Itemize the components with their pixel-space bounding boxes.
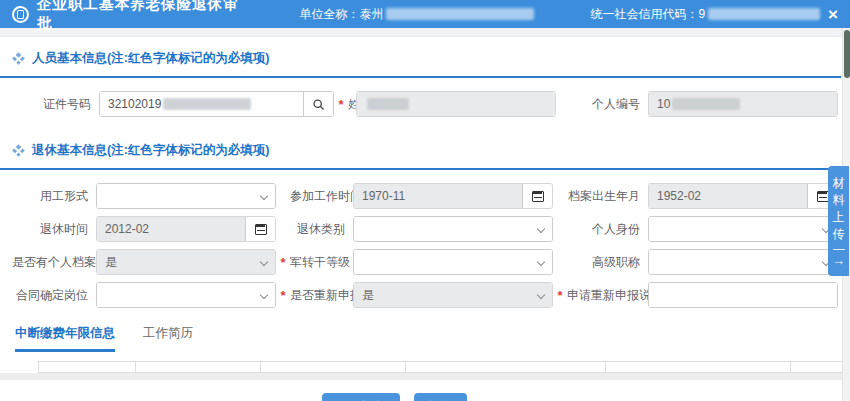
unit-name-value: 泰州: [359, 6, 383, 23]
app-logo-icon: [12, 6, 29, 23]
cert-number-value: 32102019: [108, 97, 161, 111]
retire-time-input: 2012-02: [96, 216, 276, 242]
table-bottom-strip: [0, 373, 850, 380]
table-header-cell: [39, 362, 136, 372]
file-birth-label: 档案出生年月: [567, 188, 648, 205]
bottom-tab-bar: 中断缴费年限信息 工作简历: [0, 325, 850, 352]
work-start-input: 1970-11: [353, 183, 553, 209]
section-retire-header: 退休基本信息(注:红色字体标记的为必填项): [0, 129, 841, 170]
retire-row-2: 退休时间 2012-02 退休类别 个人身份: [0, 216, 850, 242]
section-personal-header: 人员基本信息(注:红色字体标记的为必填项): [0, 37, 841, 78]
credit-code: 统一社会信用代码：9: [590, 6, 820, 23]
field-personal-id: 个人编号 10: [567, 91, 838, 117]
close-icon[interactable]: ×: [828, 6, 838, 23]
has-archive-label: 是否有个人档案: [12, 254, 96, 271]
field-work-start: 参加工作时间 1970-11: [290, 183, 567, 209]
cert-number-input[interactable]: 32102019: [99, 91, 334, 117]
retire-type-value: [354, 217, 552, 241]
material-upload-char: 上: [833, 209, 845, 226]
senior-title-select[interactable]: [648, 249, 838, 275]
calendar-icon: [532, 191, 544, 202]
credit-code-value: 9: [698, 7, 705, 21]
retire-row-3: 是否有个人档案 是 * 军转干等级 高级职称: [0, 249, 850, 275]
military-rank-label: 军转干等级: [290, 254, 353, 271]
required-mark: *: [334, 97, 348, 112]
required-mark: *: [553, 288, 567, 303]
redeclare-note-input[interactable]: [648, 282, 838, 308]
work-start-label: 参加工作时间: [290, 188, 353, 205]
section-bullet-icon: [12, 144, 25, 157]
calendar-button[interactable]: [245, 217, 275, 241]
divider: [833, 249, 845, 250]
military-rank-value: [354, 250, 552, 274]
empty-table-header: [38, 361, 850, 373]
field-cert-number: 证件号码 32102019 *: [12, 91, 348, 117]
credit-code-label: 统一社会信用代码：: [590, 6, 698, 23]
title-bar: 企业职工基本养老保险退休审批 单位全称：泰州 统一社会信用代码：9 ×: [0, 0, 850, 28]
redacted-text: [672, 98, 740, 110]
redacted-text: [163, 98, 251, 110]
search-button[interactable]: [303, 92, 333, 116]
field-employ-form: 用工形式: [12, 183, 290, 209]
employ-form-select[interactable]: [96, 183, 276, 209]
print-button[interactable]: 打印: [414, 393, 467, 401]
required-mark: *: [276, 288, 290, 303]
field-file-birth: 档案出生年月 1952-02: [567, 183, 838, 209]
tab-interrupted-payment-years[interactable]: 中断缴费年限信息: [15, 325, 115, 352]
calendar-icon: [817, 191, 829, 202]
page-title: 企业职工基本养老保险退休审批: [37, 0, 243, 33]
field-redeclare-note: 申请重新申报说明: [567, 282, 838, 308]
unit-name-label: 单位全称：: [299, 6, 359, 23]
retire-type-label: 退休类别: [290, 221, 353, 238]
redeclare-value: 是: [354, 283, 552, 307]
field-senior-title: 高级职称: [567, 249, 838, 275]
retire-type-select[interactable]: [353, 216, 553, 242]
personal-id-value: 10: [657, 97, 670, 111]
scrollbar-thumb[interactable]: [844, 30, 850, 78]
retire-time-value: 2012-02: [97, 217, 245, 241]
table-header-cell: [136, 362, 261, 372]
redeclare-note-label: 申请重新申报说明: [567, 287, 648, 304]
person-identity-value: [649, 217, 837, 241]
contract-post-value: [97, 283, 275, 307]
name-input: [356, 91, 556, 117]
retire-time-label: 退休时间: [12, 221, 96, 238]
field-has-archive: 是否有个人档案 是 *: [12, 249, 290, 275]
table-header-cell: [406, 362, 606, 372]
field-retire-time: 退休时间 2012-02: [12, 216, 290, 242]
confirm-submit-button[interactable]: 确认提交: [322, 393, 400, 401]
contract-post-select[interactable]: [96, 282, 276, 308]
contract-post-label: 合同确定岗位: [12, 287, 96, 304]
tab-work-resume[interactable]: 工作简历: [143, 325, 193, 352]
personal-info-row: 证件号码 32102019 * 姓名 个人编号 10: [0, 91, 850, 117]
section-personal-title: 人员基本信息(注:红色字体标记的为必填项): [32, 50, 270, 67]
redacted-text: [386, 8, 534, 20]
arrow-right-icon: →: [832, 254, 845, 268]
employ-form-value: [97, 184, 275, 208]
personal-id-input: 10: [648, 91, 838, 117]
table-header-cell: [606, 362, 791, 372]
senior-title-value: [649, 250, 837, 274]
action-button-row: 确认提交 打印: [0, 393, 850, 401]
military-rank-select[interactable]: [353, 249, 553, 275]
redeclare-select[interactable]: 是: [353, 282, 553, 308]
field-redeclare: 是否重新申报 是 *: [290, 282, 567, 308]
redacted-text: [367, 98, 409, 110]
material-upload-char: 传: [833, 226, 845, 243]
file-birth-input: 1952-02: [648, 183, 838, 209]
senior-title-label: 高级职称: [567, 254, 648, 271]
field-retire-type: 退休类别: [290, 216, 567, 242]
section-retire-title: 退休基本信息(注:红色字体标记的为必填项): [32, 142, 270, 159]
material-upload-tab[interactable]: 材 料 上 传 →: [828, 166, 849, 276]
work-start-value: 1970-11: [354, 184, 522, 208]
redeclare-label: 是否重新申报: [290, 287, 353, 304]
section-bullet-icon: [12, 52, 25, 65]
calendar-icon: [255, 224, 267, 235]
has-archive-select[interactable]: 是: [96, 249, 276, 275]
retire-row-1: 用工形式 参加工作时间 1970-11 档案出生年月 1952-02: [0, 183, 850, 209]
name-label: 姓名: [348, 96, 356, 113]
file-birth-value: 1952-02: [649, 184, 807, 208]
field-person-identity: 个人身份: [567, 216, 838, 242]
person-identity-select[interactable]: [648, 216, 838, 242]
calendar-button[interactable]: [522, 184, 552, 208]
